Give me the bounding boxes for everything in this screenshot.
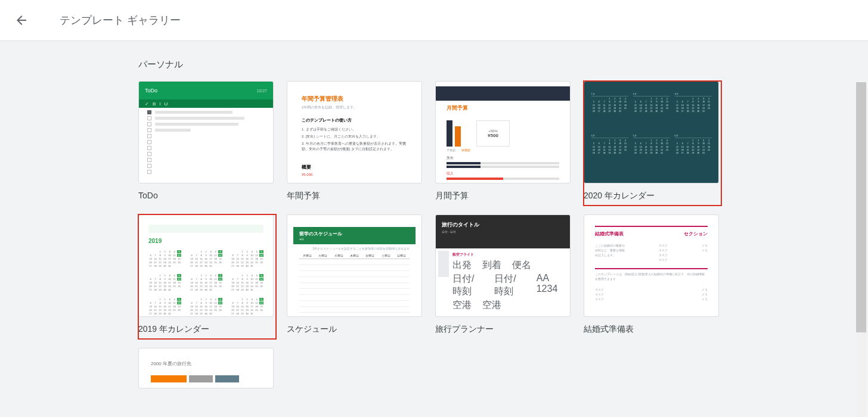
thumb-travel: 旅行のタイトル日付 - 日付 航空フライト 出発到着便名 日付/時刻日付/時刻A… — [435, 214, 571, 317]
template-grid: ToDo10/27 ✓BIU — [138, 81, 723, 388]
arrow-left-icon — [14, 13, 29, 27]
template-card-travel-destinations[interactable]: 2000 年夏の旅行先 — [138, 348, 274, 388]
template-card-todo[interactable]: ToDo10/27 ✓BIU — [138, 81, 274, 201]
section-label-personal: パーソナル — [138, 59, 868, 70]
thumb-schedule: 留学のスケジュール●日 3月からスケジュールを設定することを参加者の日程を自動挿… — [287, 214, 422, 317]
template-card-monthly-budget[interactable]: 月間予算 +50%¥500 予算額実費額 支出 収入 — [435, 81, 571, 201]
back-button[interactable] — [10, 8, 33, 32]
content-scroll[interactable]: パーソナル ToDo10/27 ✓BIU — [0, 41, 868, 417]
card-label: 年間予算 — [287, 191, 422, 201]
card-label: 2020 年カレンダー — [584, 191, 719, 201]
thumb-monthly: 月間予算 +50%¥500 予算額実費額 支出 収入 — [435, 81, 571, 183]
card-label: 結婚式準備表 — [584, 324, 719, 335]
card-label: ToDo — [138, 191, 274, 200]
thumb-todo: ToDo10/27 ✓BIU — [138, 81, 274, 183]
thumb-2020-cal: 1月12345678910111213141516171819202122232… — [584, 81, 719, 183]
card-label: 2019 年カレンダー — [138, 324, 274, 335]
thumb-annual: 年間予算管理表 1年間の支出を記録、管理します。 このテンプレートの使い方 1.… — [287, 81, 422, 183]
page-title: テンプレート ギャラリー — [60, 13, 181, 27]
thumb-2019-cal: 2019 12345678910111213141516171819202122… — [138, 214, 274, 317]
template-card-wedding[interactable]: 結婚式準備表 セクション ここに結婚式の概要や日時など、重要な情報を記入します。… — [584, 214, 719, 335]
scrollbar-thumb[interactable] — [856, 82, 866, 332]
card-label: スケジュール — [287, 324, 422, 335]
header: テンプレート ギャラリー — [0, 0, 868, 41]
template-card-2019-calendar[interactable]: 2019 12345678910111213141516171819202122… — [138, 214, 274, 335]
template-card-annual-budget[interactable]: 年間予算管理表 1年間の支出を記録、管理します。 このテンプレートの使い方 1.… — [287, 81, 422, 201]
template-card-2020-calendar[interactable]: 1月12345678910111213141516171819202122232… — [584, 81, 719, 201]
viewport: テンプレート ギャラリー パーソナル ToDo10/27 ✓BIU — [0, 0, 868, 417]
thumb-row3: 2000 年夏の旅行先 — [138, 348, 274, 388]
template-card-schedule[interactable]: 留学のスケジュール●日 3月からスケジュールを設定することを参加者の日程を自動挿… — [287, 214, 422, 335]
content: パーソナル ToDo10/27 ✓BIU — [0, 41, 868, 412]
card-label: 月間予算 — [435, 191, 571, 201]
card-label: 旅行プランナー — [435, 324, 571, 335]
template-card-travel-planner[interactable]: 旅行のタイトル日付 - 日付 航空フライト 出発到着便名 日付/時刻日付/時刻A… — [435, 214, 571, 335]
thumb-wedding: 結婚式準備表 セクション ここに結婚式の概要や日時など、重要な情報を記入します。… — [584, 214, 719, 317]
